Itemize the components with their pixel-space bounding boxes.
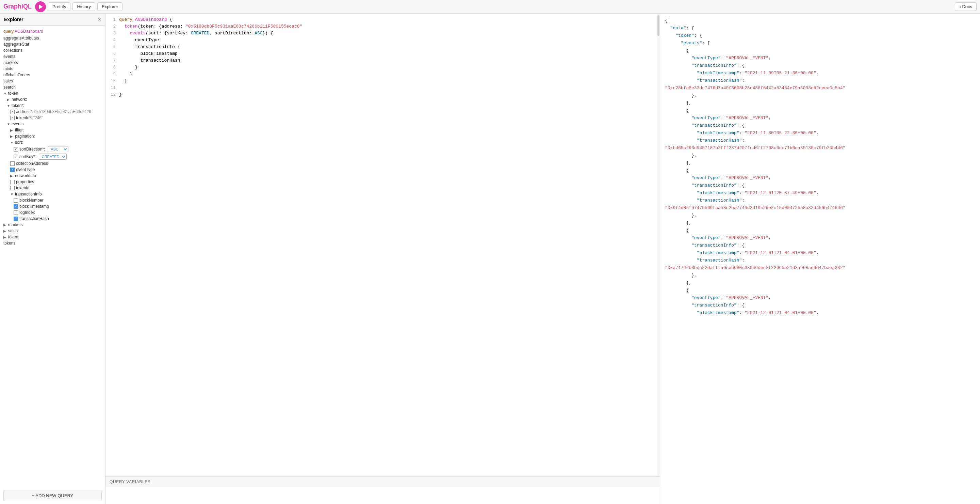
block-timestamp-checkbox[interactable]: [14, 204, 18, 209]
list-item[interactable]: sales: [0, 78, 105, 84]
json-line: "eventType": "APPROVAL_EVENT",: [665, 54, 975, 62]
history-button[interactable]: History: [73, 2, 95, 11]
list-item[interactable]: tokens: [0, 240, 105, 246]
json-line: "0xbd65c293d9457187b2fff237d207fcd6ff270…: [665, 144, 975, 152]
explorer-sidebar: Explorer × query AGSDashboard aggregateA…: [0, 14, 105, 504]
code-editor[interactable]: 1 query AGSDashboard { 2 token(token: {a…: [105, 14, 657, 477]
explorer-button[interactable]: Explorer: [97, 2, 123, 11]
json-line: "token": {: [665, 32, 975, 40]
list-item[interactable]: markets: [0, 60, 105, 66]
block-number-checkbox[interactable]: [14, 198, 18, 203]
list-item[interactable]: ▶ token: [0, 234, 105, 240]
sort-direction-checkbox[interactable]: [14, 147, 18, 152]
play-icon: [39, 5, 43, 9]
scrollbar-thumb[interactable]: [657, 15, 659, 36]
list-item[interactable]: address*: 0x5180db8F5c931aaE63c7426: [0, 108, 105, 115]
json-line: },: [665, 99, 975, 107]
list-item[interactable]: ▶ network:: [0, 96, 105, 102]
sort-key-select[interactable]: CREATEDPRICE: [39, 153, 67, 160]
chevron-right-icon: ▶: [7, 98, 10, 102]
json-line: },: [665, 212, 975, 219]
list-item[interactable]: collections: [0, 47, 105, 53]
json-line: "0xa71742b3bda22dafffa6ce6680c63046dec3f…: [665, 264, 975, 272]
explorer-title: Explorer: [4, 17, 24, 22]
json-line: "transactionInfo": {: [665, 62, 975, 69]
list-item[interactable]: blockNumber: [0, 197, 105, 203]
list-item[interactable]: sortKey*: CREATEDPRICE: [0, 153, 105, 160]
docs-button[interactable]: ‹ Docs: [955, 2, 977, 11]
list-item[interactable]: tokenId*: "246": [0, 115, 105, 121]
sort-key-checkbox[interactable]: [14, 155, 18, 159]
json-line: },: [665, 152, 975, 159]
sort-direction-select[interactable]: ASCDESC: [48, 146, 68, 152]
json-line: "0x9f4d85f97475569faa58c2ba7749d3d19c29e…: [665, 204, 975, 212]
json-line: "transactionHash":: [665, 257, 975, 264]
list-item[interactable]: ▶ filter:: [0, 127, 105, 133]
json-line: "eventType": "APPROVAL_EVENT",: [665, 234, 975, 242]
list-item[interactable]: ▼ token: [0, 90, 105, 96]
list-item[interactable]: transactionHash: [0, 215, 105, 222]
run-button[interactable]: [35, 2, 46, 12]
list-item[interactable]: search: [0, 84, 105, 90]
list-item[interactable]: events: [0, 53, 105, 60]
chevron-down-icon: ▼: [7, 104, 10, 108]
list-item[interactable]: ▶ pagination:: [0, 133, 105, 139]
json-line: "transactionInfo": {: [665, 302, 975, 309]
list-item[interactable]: ▼ transactionInfo: [0, 191, 105, 197]
code-line: 1 query AGSDashboard {: [105, 16, 657, 23]
query-vars-header: QUERY VARIABLES: [105, 477, 660, 487]
query-keyword: query: [3, 29, 14, 34]
code-line: 4 eventType: [105, 37, 657, 44]
list-item[interactable]: logIndex: [0, 209, 105, 215]
toolbar: GraphiQL Prettify History Explorer ‹ Doc…: [0, 0, 980, 14]
list-item[interactable]: mints: [0, 66, 105, 72]
close-button[interactable]: ×: [98, 16, 101, 22]
list-item[interactable]: ▼ events: [0, 121, 105, 127]
json-line: "transactionHash":: [665, 197, 975, 204]
properties-checkbox[interactable]: [10, 180, 14, 184]
chevron-right-icon: ▶: [10, 134, 14, 138]
json-line: "eventType": "APPROVAL_EVENT",: [665, 115, 975, 122]
json-line: {: [665, 227, 975, 234]
list-item[interactable]: collectionAddress: [0, 160, 105, 166]
list-item[interactable]: ▶ sales: [0, 228, 105, 234]
json-line: "data": {: [665, 24, 975, 32]
list-item[interactable]: ▼ sort:: [0, 139, 105, 145]
explorer-header: Explorer ×: [0, 14, 105, 26]
json-line: "eventType": "APPROVAL_EVENT",: [665, 174, 975, 182]
main-content: Explorer × query AGSDashboard aggregateA…: [0, 14, 980, 504]
list-item[interactable]: blockTimestamp: [0, 203, 105, 209]
prettify-button[interactable]: Prettify: [48, 2, 70, 11]
json-line: "transactionInfo": {: [665, 242, 975, 249]
list-item[interactable]: ▶ networkInfo: [0, 173, 105, 179]
tokenid-checkbox[interactable]: [10, 116, 14, 120]
list-item[interactable]: ▶ markets: [0, 222, 105, 228]
chevron-right-icon: ▶: [3, 223, 7, 227]
json-line: "blockTimestamp": "2021-11-30T05:22:36+0…: [665, 129, 975, 137]
list-item[interactable]: sortDirection*: ASCDESC: [0, 145, 105, 153]
event-type-checkbox[interactable]: [10, 167, 14, 172]
json-line: },: [665, 219, 975, 227]
list-item[interactable]: aggregateAttributes: [0, 35, 105, 41]
json-line: {: [665, 107, 975, 115]
code-line: 9 }: [105, 71, 657, 78]
explorer-tree: query AGSDashboard aggregateAttributes a…: [0, 26, 105, 487]
list-item[interactable]: eventType: [0, 166, 105, 173]
address-checkbox[interactable]: [10, 110, 14, 114]
list-item[interactable]: ▼ token*:: [0, 102, 105, 108]
code-line: 10 }: [105, 78, 657, 85]
query-vars-body[interactable]: [105, 487, 660, 504]
log-index-checkbox[interactable]: [14, 211, 18, 215]
list-item[interactable]: aggregateStat: [0, 41, 105, 47]
json-line: "eventType": "APPROVAL_EVENT",: [665, 294, 975, 302]
add-query-button[interactable]: + ADD NEW QUERY: [3, 490, 102, 501]
token-id-checkbox[interactable]: [10, 186, 14, 190]
transaction-hash-checkbox[interactable]: [14, 217, 18, 221]
query-label: query AGSDashboard: [0, 27, 105, 35]
editor-scrollbar[interactable]: [657, 14, 660, 477]
collection-address-checkbox[interactable]: [10, 161, 14, 166]
chevron-right-icon: ▶: [10, 174, 14, 178]
list-item[interactable]: offchainOrders: [0, 72, 105, 78]
list-item[interactable]: properties: [0, 179, 105, 185]
list-item[interactable]: tokenId: [0, 185, 105, 191]
